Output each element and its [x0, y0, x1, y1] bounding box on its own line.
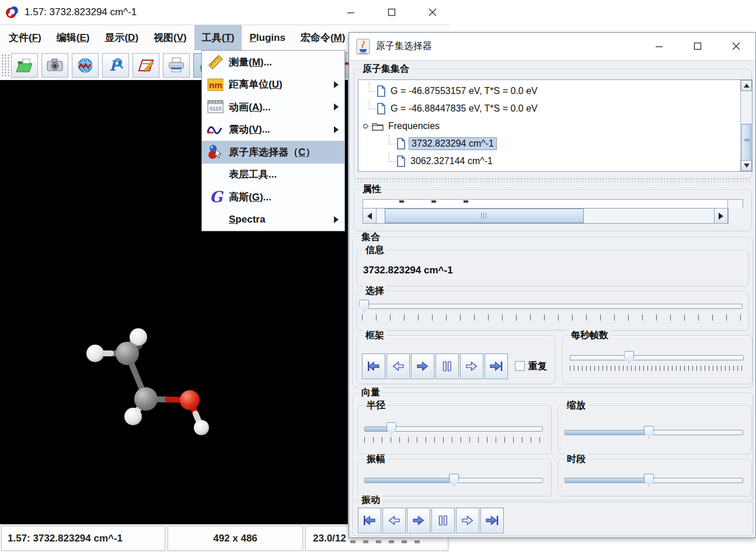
submenu-arrow-icon: [334, 103, 339, 110]
vibration-play-button[interactable]: [407, 508, 430, 533]
properties-clipped-list[interactable]: [363, 199, 728, 208]
scrollbar-thumb[interactable]: [741, 124, 751, 162]
atomset-tree: G = -46.87553157 eV, T*S = 0.0 eV G = -4…: [358, 79, 752, 172]
scroll-down-icon[interactable]: [741, 160, 752, 171]
properties-group: 属性: [354, 189, 752, 231]
split-pane-divider[interactable]: [354, 178, 752, 183]
search-icon[interactable]: P: [102, 53, 129, 78]
chooser-window-controls: [640, 33, 755, 57]
tree-row[interactable]: G = -46.88447835 eV, T*S = 0.0 eV: [358, 100, 740, 117]
scale-slider[interactable]: [565, 426, 743, 439]
tree-expand-handle-icon[interactable]: [362, 121, 371, 131]
svg-text:nm: nm: [209, 80, 222, 90]
slider-thumb[interactable]: [644, 474, 654, 487]
slider-thumb[interactable]: [644, 426, 654, 439]
amplitude-label: 振幅: [364, 453, 388, 466]
tree-row[interactable]: G = -46.87553157 eV, T*S = 0.0 eV: [358, 82, 740, 100]
maximize-icon[interactable]: [371, 0, 412, 25]
vector-label: 向量: [359, 387, 382, 399]
menu-item-gaussian[interactable]: G 高斯(G)...: [202, 186, 344, 209]
vibration-group: 振动: [353, 500, 753, 536]
vibration-first-button[interactable]: [358, 508, 381, 533]
vibration-last-button[interactable]: [480, 508, 504, 533]
tree-row[interactable]: 3062.327144 cm^-1: [358, 152, 740, 170]
fps-slider[interactable]: [570, 351, 744, 364]
slider-thumb[interactable]: [624, 351, 634, 364]
sine-wave-icon: [205, 122, 225, 137]
repeat-checkbox[interactable]: [515, 361, 525, 371]
menu-view[interactable]: 视图(V): [146, 25, 194, 50]
menu-tools[interactable]: 工具(T): [194, 25, 242, 50]
menu-plugins[interactable]: Plugins: [242, 25, 292, 50]
scroll-left-icon[interactable]: [363, 209, 377, 223]
close-icon[interactable]: [412, 0, 453, 25]
menu-item-surface-tool[interactable]: 表层工具...: [202, 164, 344, 186]
camera-icon[interactable]: [41, 53, 68, 78]
menu-display[interactable]: 显示(D): [97, 25, 146, 50]
close-icon[interactable]: [717, 33, 755, 60]
frame-pause-button[interactable]: [436, 353, 459, 379]
menu-macros[interactable]: 宏命令(M): [293, 25, 353, 50]
scrollbar-thumb[interactable]: [385, 209, 584, 223]
chooser-titlebar: 原子集选择器: [349, 33, 755, 61]
radius-slider[interactable]: [364, 422, 543, 435]
tree-row-selected[interactable]: 3732.823294 cm^-1: [358, 135, 740, 152]
amplitude-slider[interactable]: [364, 474, 543, 487]
minimize-icon[interactable]: [640, 33, 678, 60]
clipped-status-text: [350, 540, 425, 543]
open-file-icon[interactable]: [11, 53, 38, 78]
scale-label: 缩放: [565, 400, 588, 412]
vibration-label: 振动: [359, 494, 382, 506]
tree-row-folder[interactable]: Frequencies: [358, 117, 740, 135]
frame-last-button[interactable]: [485, 353, 508, 379]
info-label: 信息: [363, 244, 386, 256]
menu-item-distance-units[interactable]: nm 距离单位(U): [202, 74, 344, 96]
submenu-arrow-icon: [334, 216, 339, 223]
edit-script-icon[interactable]: [133, 53, 159, 78]
properties-horizontal-scrollbar[interactable]: [363, 208, 728, 224]
www-globe-icon[interactable]: [72, 53, 99, 78]
ruler-icon: [205, 54, 225, 70]
frame-first-button[interactable]: [362, 353, 385, 379]
vibration-pause-button[interactable]: [431, 508, 455, 533]
period-slider[interactable]: [565, 474, 743, 487]
period-label: 时段: [565, 453, 588, 466]
menu-item-spectra[interactable]: Spectra: [202, 209, 344, 231]
info-value: 3732.823294 cm^-1: [363, 265, 453, 276]
frame-group: 框架 重复: [357, 335, 555, 384]
leaf-document-icon: [376, 85, 386, 97]
leaf-document-icon: [376, 103, 386, 114]
menu-file[interactable]: 文件(F): [1, 25, 49, 50]
scroll-right-icon[interactable]: [714, 209, 727, 223]
vibration-prev-button[interactable]: [382, 508, 406, 533]
repeat-label: 重复: [528, 360, 547, 373]
menu-item-animation[interactable]: 0123 动画(A)...: [202, 96, 344, 119]
frame-next-button[interactable]: [460, 353, 483, 379]
scroll-up-icon[interactable]: [741, 80, 752, 91]
svg-text:G: G: [210, 189, 224, 205]
frame-play-button[interactable]: [411, 353, 434, 379]
tree-vertical-scrollbar[interactable]: [740, 80, 752, 171]
menu-item-measure[interactable]: 测量(M)...: [202, 51, 344, 74]
menu-edit[interactable]: 编辑(E): [49, 25, 97, 50]
toolbar-drag-handle[interactable]: [1, 54, 9, 77]
nm-unit-icon: nm: [205, 78, 225, 91]
folder-icon: [371, 121, 384, 131]
menu-item-vibrate[interactable]: 震动(V)...: [202, 119, 344, 141]
properties-label: 属性: [360, 183, 384, 196]
print-icon[interactable]: [163, 53, 190, 78]
menu-item-atomset-chooser[interactable]: 原子库选择器（C）: [202, 141, 344, 164]
slider-thumb[interactable]: [386, 422, 396, 435]
java-app-icon: [356, 38, 370, 55]
select-slider[interactable]: [362, 300, 743, 313]
frame-prev-button[interactable]: [386, 353, 410, 379]
gaussian-icon: G: [205, 189, 225, 205]
leaf-document-icon: [396, 155, 406, 167]
radius-label: 半径: [364, 400, 388, 412]
hydrogen-atom: [194, 420, 209, 435]
minimize-icon[interactable]: [330, 0, 371, 25]
maximize-icon[interactable]: [678, 33, 717, 60]
vibration-next-button[interactable]: [456, 508, 479, 533]
slider-thumb[interactable]: [449, 474, 459, 487]
slider-thumb[interactable]: [359, 300, 369, 313]
